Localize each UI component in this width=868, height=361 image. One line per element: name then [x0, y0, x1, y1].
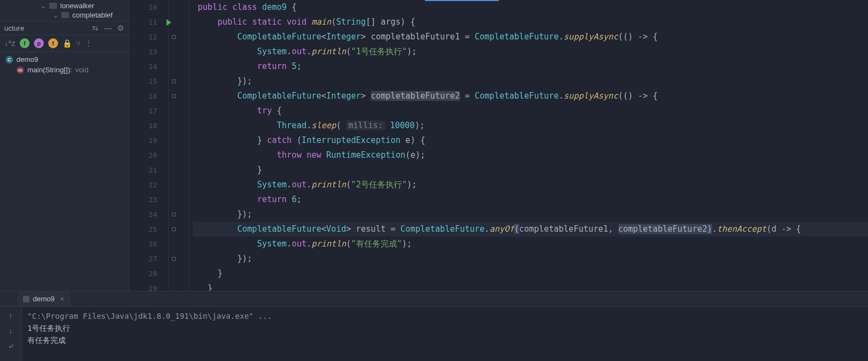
up-arrow-icon[interactable]: ↑ — [9, 311, 13, 320]
filter-fields-icon[interactable]: f — [20, 38, 30, 48]
line-number[interactable]: 14 — [129, 59, 157, 74]
line-number[interactable]: 25 — [129, 222, 157, 237]
fold-icon[interactable] — [172, 35, 176, 39]
class-name: demo9 — [16, 55, 38, 64]
code-line[interactable]: CompletableFuture<Integer> completableFu… — [193, 89, 868, 104]
run-tab-label: demo9 — [33, 295, 55, 303]
structure-tree[interactable]: C demo9 m main(String[]): void — [0, 52, 129, 77]
line-number[interactable]: 24 — [129, 207, 157, 222]
run-toolbar: ↑ ↓ ⤶ — [0, 307, 22, 361]
line-number[interactable]: 16 — [129, 89, 157, 104]
fold-icon[interactable] — [172, 213, 176, 216]
line-number[interactable]: 22 — [129, 177, 157, 192]
run-tab-demo9[interactable]: demo9 × — [18, 291, 70, 306]
application-icon — [23, 296, 30, 302]
sidebar: ⌄ lonewalker ⌄ completablef ucture ⇆ — ⚙… — [0, 0, 129, 291]
fold-icon[interactable] — [172, 94, 176, 98]
chevron-down-icon: ⌄ — [41, 2, 46, 10]
structure-method-node[interactable]: m main(String[]): void — [3, 65, 125, 75]
code-line[interactable]: }); — [193, 74, 868, 89]
line-number[interactable]: 23 — [129, 192, 157, 207]
line-number[interactable]: 17 — [129, 104, 157, 118]
line-number[interactable]: 10 — [129, 0, 157, 15]
line-number[interactable]: 28 — [129, 266, 157, 281]
line-number[interactable]: 12 — [129, 30, 157, 44]
code-line[interactable]: }); — [193, 251, 868, 266]
console-line: 1号任务执行 — [27, 322, 863, 334]
code-line[interactable]: } catch (InterruptedException e) { — [193, 133, 868, 148]
code-line[interactable]: } — [193, 163, 868, 177]
soft-wrap-icon[interactable]: ⤶ — [8, 342, 14, 351]
structure-class-node[interactable]: C demo9 — [3, 54, 125, 65]
run-tool-window: demo9 × ↑ ↓ ⤶ "C:\Program Files\Java\jdk… — [0, 291, 868, 361]
project-tree[interactable]: ⌄ lonewalker ⌄ completablef — [0, 0, 129, 21]
branch-icon[interactable]: ⑂ — [76, 39, 81, 48]
structure-title: ucture — [4, 24, 24, 32]
project-folder-lonewalker[interactable]: ⌄ lonewalker — [0, 1, 129, 10]
structure-toolbar: ↓ᴬz f p f 🔒 ⑂ ⋮ — [0, 35, 129, 52]
code-line[interactable]: return 5; — [193, 59, 868, 74]
code-line[interactable]: System.out.println("有任务完成"); — [193, 237, 868, 251]
fold-icon[interactable] — [172, 79, 176, 83]
code-line[interactable]: } — [193, 266, 868, 281]
fold-icon[interactable] — [172, 257, 176, 261]
run-gutter-icon[interactable] — [166, 19, 171, 26]
code-line[interactable]: System.out.println("2号任务执行"); — [193, 177, 868, 192]
method-sig: main(String[]): — [27, 66, 72, 74]
line-number[interactable]: 11 — [129, 15, 157, 30]
more-icon[interactable]: ⋮ — [85, 39, 93, 48]
sort-icon[interactable]: ↓ᴬz — [4, 39, 15, 48]
code-editor[interactable]: 10 11 12 13 14 15 16 17 18 19 20 21 22 2… — [129, 0, 868, 291]
method-icon: m — [16, 66, 24, 74]
editor-gutter-annotations — [169, 0, 189, 291]
folder-icon — [61, 12, 69, 18]
lock-icon[interactable]: 🔒 — [62, 39, 72, 48]
minimize-icon[interactable]: — — [104, 24, 112, 32]
line-number[interactable]: 26 — [129, 237, 157, 251]
gear-icon[interactable]: ⚙ — [117, 24, 124, 32]
code-line[interactable]: try { — [193, 104, 868, 118]
console-line: "C:\Program Files\Java\jdk1.8.0_191\bin\… — [27, 310, 863, 322]
console-line: 有任务完成 — [27, 334, 863, 346]
code-line[interactable]: } — [193, 281, 868, 291]
code-line[interactable]: Thread.sleep( millis: 10000); — [193, 118, 868, 133]
code-line[interactable]: public static void main(String[] args) { — [193, 15, 868, 30]
filter-methods-icon[interactable]: f — [48, 38, 58, 48]
project-folder-completablef[interactable]: ⌄ completablef — [0, 10, 129, 20]
down-arrow-icon[interactable]: ↓ — [9, 326, 13, 335]
line-number[interactable]: 27 — [129, 251, 157, 266]
method-return-type: void — [76, 66, 89, 74]
collapse-icon[interactable]: ⇆ — [92, 24, 99, 32]
line-number[interactable]: 13 — [129, 44, 157, 59]
fold-icon[interactable] — [172, 227, 176, 231]
line-number[interactable]: 19 — [129, 133, 157, 148]
code-area[interactable]: public class demo9 { public static void … — [189, 0, 868, 291]
line-number[interactable]: 15 — [129, 74, 157, 89]
code-line[interactable]: CompletableFuture<Integer> completableFu… — [193, 30, 868, 44]
line-number[interactable]: 18 — [129, 118, 157, 133]
code-line[interactable]: throw new RuntimeException(e); — [193, 148, 868, 163]
editor-gutter[interactable]: 10 11 12 13 14 15 16 17 18 19 20 21 22 2… — [129, 0, 169, 291]
folder-label: completablef — [72, 11, 113, 19]
structure-panel-header: ucture ⇆ — ⚙ — [0, 21, 129, 35]
chevron-down-icon: ⌄ — [53, 11, 58, 19]
close-icon[interactable]: × — [60, 295, 65, 303]
folder-label: lonewalker — [60, 2, 94, 10]
code-line[interactable]: return 6; — [193, 192, 868, 207]
folder-icon — [49, 3, 57, 9]
line-number[interactable]: 21 — [129, 163, 157, 177]
filter-props-icon[interactable]: p — [34, 38, 44, 48]
code-line[interactable]: public class demo9 { — [193, 0, 868, 15]
code-line-current[interactable]: CompletableFuture<Void> result = Complet… — [193, 222, 868, 237]
line-number[interactable]: 29 — [129, 281, 157, 296]
code-line[interactable]: }); — [193, 207, 868, 222]
line-number[interactable]: 20 — [129, 148, 157, 163]
class-icon: C — [5, 56, 13, 64]
code-line[interactable]: System.out.println("1号任务执行"); — [193, 44, 868, 59]
console-output[interactable]: "C:\Program Files\Java\jdk1.8.0_191\bin\… — [22, 307, 868, 361]
